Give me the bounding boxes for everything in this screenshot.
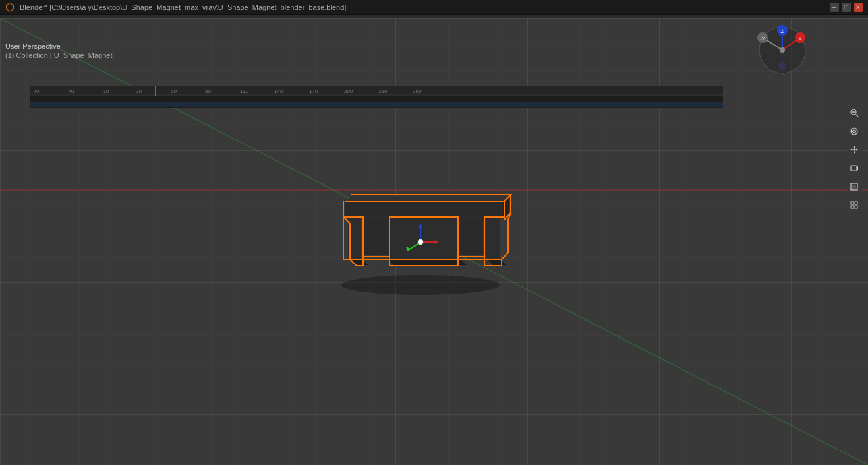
content-area: ⊞ Object Mode ▾ Select Select Add Object [30,50,868,465]
camera-view-btn[interactable] [846,160,863,177]
viewport-canvas[interactable]: User Perspective (1) Collection | U_Shap… [30,50,868,450]
svg-rect-60 [851,202,854,204]
svg-text:-10: -10 [101,88,109,94]
titlebar: ⬡ Blender* [C:\Users\a y\Desktop\U_Shape… [0,0,868,15]
svg-point-43 [778,62,786,70]
svg-text:50: 50 [171,88,177,94]
svg-text:-40: -40 [67,88,74,94]
svg-rect-62 [851,206,854,208]
svg-text:140: 140 [274,88,283,94]
svg-text:-70: -70 [32,88,40,94]
content-main: ⊞ Object Mode ▾ Select Select Add Object [30,50,868,450]
svg-rect-56 [851,166,857,171]
svg-text:230: 230 [378,88,388,94]
orbit-btn[interactable] [846,123,863,140]
viewport-section: ⊞ Object Mode ▾ Select Select Add Object [30,50,723,450]
svg-marker-53 [854,152,855,154]
window-title: Blender* [C:\Users\a y\Desktop\U_Shape_M… [20,3,863,11]
frame-all-btn[interactable] [846,178,863,195]
svg-point-49 [851,128,857,135]
svg-marker-55 [856,149,858,151]
blender-logo: ⬡ [5,1,14,13]
maximize-button[interactable]: □ [842,3,851,12]
svg-rect-63 [855,206,857,208]
svg-line-46 [856,115,859,117]
timeline-content[interactable]: -70 -40 -10 20 50 80 110 140 170 200 230 [30,86,723,108]
toggle-quad-btn[interactable] [846,197,863,214]
main-layout: ⊞ Object Mode ▾ Select Select Add Object [0,50,868,465]
viewport-gizmo[interactable]: Z X -Y [756,50,809,78]
timeline-scrub-bar[interactable] [30,102,723,107]
svg-marker-57 [857,166,858,170]
svg-text:80: 80 [205,88,211,94]
svg-rect-61 [855,202,857,204]
svg-rect-59 [852,185,856,189]
svg-text:260: 260 [413,88,422,94]
svg-point-24 [341,275,500,295]
svg-text:20: 20 [136,88,142,94]
pan-btn[interactable] [846,141,863,158]
svg-marker-52 [854,146,855,148]
svg-text:170: 170 [309,88,318,94]
viewport-right-tools [846,104,863,214]
svg-point-31 [418,239,423,245]
svg-marker-54 [850,149,852,151]
svg-text:110: 110 [240,88,249,94]
close-button[interactable]: ✕ [854,3,863,12]
svg-text:200: 200 [344,88,353,94]
magnet-object-svg[interactable] [318,183,529,301]
zoom-in-btn[interactable] [846,104,863,121]
minimize-button[interactable]: ─ [830,3,839,12]
timeline-ruler: -70 -40 -10 20 50 80 110 140 170 200 230 [30,86,723,96]
